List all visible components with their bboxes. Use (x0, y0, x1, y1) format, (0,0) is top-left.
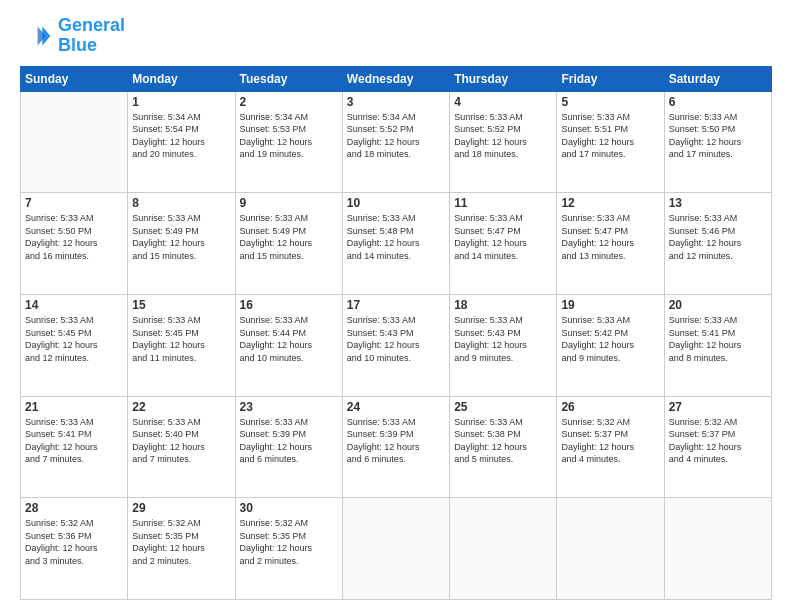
cell-info: Sunrise: 5:33 AM Sunset: 5:43 PM Dayligh… (454, 314, 552, 364)
cell-info: Sunrise: 5:34 AM Sunset: 5:54 PM Dayligh… (132, 111, 230, 161)
cell-info: Sunrise: 5:33 AM Sunset: 5:50 PM Dayligh… (25, 212, 123, 262)
calendar-cell (342, 498, 449, 600)
calendar-cell: 8Sunrise: 5:33 AM Sunset: 5:49 PM Daylig… (128, 193, 235, 295)
day-number: 18 (454, 298, 552, 312)
calendar-cell: 12Sunrise: 5:33 AM Sunset: 5:47 PM Dayli… (557, 193, 664, 295)
day-number: 17 (347, 298, 445, 312)
day-number: 19 (561, 298, 659, 312)
day-number: 16 (240, 298, 338, 312)
cell-info: Sunrise: 5:33 AM Sunset: 5:49 PM Dayligh… (240, 212, 338, 262)
cell-info: Sunrise: 5:33 AM Sunset: 5:38 PM Dayligh… (454, 416, 552, 466)
cell-info: Sunrise: 5:34 AM Sunset: 5:52 PM Dayligh… (347, 111, 445, 161)
calendar-cell: 2Sunrise: 5:34 AM Sunset: 5:53 PM Daylig… (235, 91, 342, 193)
cell-info: Sunrise: 5:33 AM Sunset: 5:50 PM Dayligh… (669, 111, 767, 161)
calendar-cell: 21Sunrise: 5:33 AM Sunset: 5:41 PM Dayli… (21, 396, 128, 498)
day-number: 4 (454, 95, 552, 109)
day-number: 9 (240, 196, 338, 210)
day-number: 3 (347, 95, 445, 109)
calendar-cell: 26Sunrise: 5:32 AM Sunset: 5:37 PM Dayli… (557, 396, 664, 498)
day-number: 2 (240, 95, 338, 109)
weekday-header-saturday: Saturday (664, 66, 771, 91)
calendar-cell: 25Sunrise: 5:33 AM Sunset: 5:38 PM Dayli… (450, 396, 557, 498)
day-number: 29 (132, 501, 230, 515)
calendar-cell (450, 498, 557, 600)
cell-info: Sunrise: 5:32 AM Sunset: 5:35 PM Dayligh… (132, 517, 230, 567)
calendar-cell: 22Sunrise: 5:33 AM Sunset: 5:40 PM Dayli… (128, 396, 235, 498)
day-number: 8 (132, 196, 230, 210)
calendar-cell: 11Sunrise: 5:33 AM Sunset: 5:47 PM Dayli… (450, 193, 557, 295)
cell-info: Sunrise: 5:33 AM Sunset: 5:47 PM Dayligh… (561, 212, 659, 262)
page: General Blue SundayMondayTuesdayWednesda… (0, 0, 792, 612)
cell-info: Sunrise: 5:33 AM Sunset: 5:39 PM Dayligh… (240, 416, 338, 466)
calendar-cell: 7Sunrise: 5:33 AM Sunset: 5:50 PM Daylig… (21, 193, 128, 295)
cell-info: Sunrise: 5:32 AM Sunset: 5:37 PM Dayligh… (669, 416, 767, 466)
cell-info: Sunrise: 5:33 AM Sunset: 5:42 PM Dayligh… (561, 314, 659, 364)
cell-info: Sunrise: 5:33 AM Sunset: 5:43 PM Dayligh… (347, 314, 445, 364)
calendar-cell: 4Sunrise: 5:33 AM Sunset: 5:52 PM Daylig… (450, 91, 557, 193)
cell-info: Sunrise: 5:33 AM Sunset: 5:52 PM Dayligh… (454, 111, 552, 161)
calendar-cell: 10Sunrise: 5:33 AM Sunset: 5:48 PM Dayli… (342, 193, 449, 295)
calendar-cell: 30Sunrise: 5:32 AM Sunset: 5:35 PM Dayli… (235, 498, 342, 600)
logo: General Blue (20, 16, 125, 56)
day-number: 30 (240, 501, 338, 515)
day-number: 7 (25, 196, 123, 210)
calendar-cell: 3Sunrise: 5:34 AM Sunset: 5:52 PM Daylig… (342, 91, 449, 193)
calendar-cell: 1Sunrise: 5:34 AM Sunset: 5:54 PM Daylig… (128, 91, 235, 193)
cell-info: Sunrise: 5:33 AM Sunset: 5:49 PM Dayligh… (132, 212, 230, 262)
calendar-cell: 28Sunrise: 5:32 AM Sunset: 5:36 PM Dayli… (21, 498, 128, 600)
day-number: 13 (669, 196, 767, 210)
day-number: 14 (25, 298, 123, 312)
calendar-cell (664, 498, 771, 600)
calendar-cell: 20Sunrise: 5:33 AM Sunset: 5:41 PM Dayli… (664, 294, 771, 396)
calendar: SundayMondayTuesdayWednesdayThursdayFrid… (20, 66, 772, 600)
day-number: 25 (454, 400, 552, 414)
day-number: 11 (454, 196, 552, 210)
calendar-cell: 27Sunrise: 5:32 AM Sunset: 5:37 PM Dayli… (664, 396, 771, 498)
cell-info: Sunrise: 5:33 AM Sunset: 5:40 PM Dayligh… (132, 416, 230, 466)
cell-info: Sunrise: 5:32 AM Sunset: 5:35 PM Dayligh… (240, 517, 338, 567)
day-number: 24 (347, 400, 445, 414)
cell-info: Sunrise: 5:32 AM Sunset: 5:36 PM Dayligh… (25, 517, 123, 567)
calendar-cell (21, 91, 128, 193)
cell-info: Sunrise: 5:33 AM Sunset: 5:45 PM Dayligh… (132, 314, 230, 364)
day-number: 6 (669, 95, 767, 109)
calendar-cell: 5Sunrise: 5:33 AM Sunset: 5:51 PM Daylig… (557, 91, 664, 193)
cell-info: Sunrise: 5:33 AM Sunset: 5:41 PM Dayligh… (669, 314, 767, 364)
calendar-cell: 18Sunrise: 5:33 AM Sunset: 5:43 PM Dayli… (450, 294, 557, 396)
weekday-header-monday: Monday (128, 66, 235, 91)
day-number: 23 (240, 400, 338, 414)
logo-text: General Blue (58, 16, 125, 56)
weekday-header-thursday: Thursday (450, 66, 557, 91)
cell-info: Sunrise: 5:33 AM Sunset: 5:39 PM Dayligh… (347, 416, 445, 466)
day-number: 5 (561, 95, 659, 109)
cell-info: Sunrise: 5:32 AM Sunset: 5:37 PM Dayligh… (561, 416, 659, 466)
day-number: 10 (347, 196, 445, 210)
calendar-cell: 15Sunrise: 5:33 AM Sunset: 5:45 PM Dayli… (128, 294, 235, 396)
weekday-header-friday: Friday (557, 66, 664, 91)
weekday-header-tuesday: Tuesday (235, 66, 342, 91)
calendar-cell: 17Sunrise: 5:33 AM Sunset: 5:43 PM Dayli… (342, 294, 449, 396)
calendar-cell: 24Sunrise: 5:33 AM Sunset: 5:39 PM Dayli… (342, 396, 449, 498)
day-number: 15 (132, 298, 230, 312)
calendar-cell: 23Sunrise: 5:33 AM Sunset: 5:39 PM Dayli… (235, 396, 342, 498)
cell-info: Sunrise: 5:33 AM Sunset: 5:51 PM Dayligh… (561, 111, 659, 161)
weekday-header-sunday: Sunday (21, 66, 128, 91)
calendar-cell: 13Sunrise: 5:33 AM Sunset: 5:46 PM Dayli… (664, 193, 771, 295)
calendar-cell: 19Sunrise: 5:33 AM Sunset: 5:42 PM Dayli… (557, 294, 664, 396)
header: General Blue (20, 16, 772, 56)
calendar-cell: 14Sunrise: 5:33 AM Sunset: 5:45 PM Dayli… (21, 294, 128, 396)
calendar-cell: 9Sunrise: 5:33 AM Sunset: 5:49 PM Daylig… (235, 193, 342, 295)
cell-info: Sunrise: 5:34 AM Sunset: 5:53 PM Dayligh… (240, 111, 338, 161)
cell-info: Sunrise: 5:33 AM Sunset: 5:46 PM Dayligh… (669, 212, 767, 262)
day-number: 27 (669, 400, 767, 414)
cell-info: Sunrise: 5:33 AM Sunset: 5:47 PM Dayligh… (454, 212, 552, 262)
calendar-cell: 6Sunrise: 5:33 AM Sunset: 5:50 PM Daylig… (664, 91, 771, 193)
calendar-cell (557, 498, 664, 600)
day-number: 22 (132, 400, 230, 414)
day-number: 28 (25, 501, 123, 515)
day-number: 26 (561, 400, 659, 414)
weekday-header-wednesday: Wednesday (342, 66, 449, 91)
cell-info: Sunrise: 5:33 AM Sunset: 5:44 PM Dayligh… (240, 314, 338, 364)
day-number: 1 (132, 95, 230, 109)
day-number: 20 (669, 298, 767, 312)
